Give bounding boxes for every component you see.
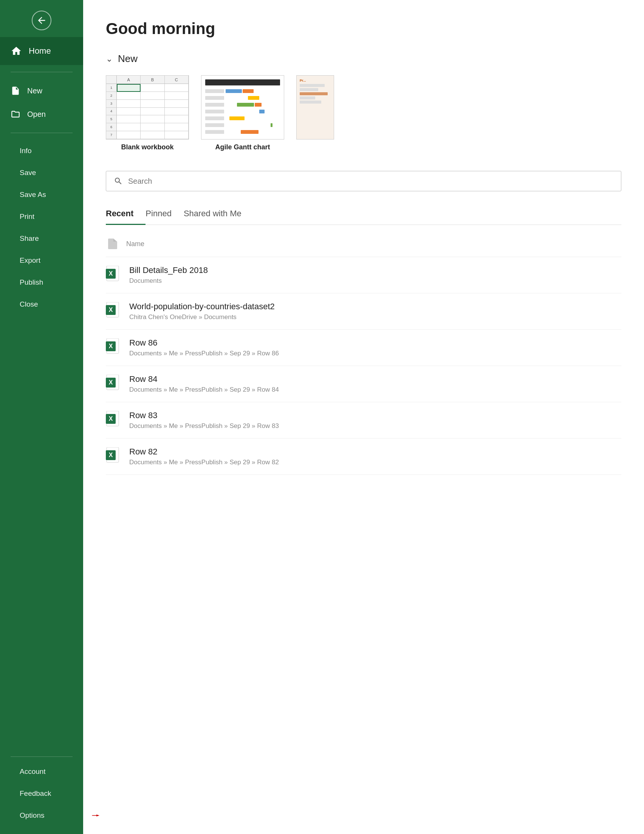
svg-text:X: X	[109, 379, 113, 386]
sidebar-spacer	[0, 315, 83, 753]
sidebar-item-open[interactable]: Open	[0, 102, 83, 126]
new-section-header: ⌄ New	[106, 53, 621, 65]
feedback-label: Feedback	[19, 789, 51, 798]
tab-pinned[interactable]: Pinned	[145, 204, 184, 225]
svg-text:X: X	[109, 343, 113, 349]
excel-icon-1: X	[106, 266, 123, 284]
sidebar-item-print[interactable]: Print	[0, 206, 83, 228]
search-bar-wrap	[106, 171, 621, 191]
sidebar-item-share[interactable]: Share	[0, 228, 83, 249]
file-row[interactable]: X World-population-by-countries-dataset2…	[106, 293, 621, 330]
sidebar: Home New Open Info Save Save As Print Sh…	[0, 0, 83, 834]
print-label: Print	[19, 212, 34, 221]
template-partial[interactable]: Pr...	[296, 75, 334, 151]
save-as-label: Save As	[19, 191, 46, 199]
search-bar[interactable]	[106, 171, 621, 191]
blank-workbook-label: Blank workbook	[121, 143, 173, 151]
sidebar-item-export[interactable]: Export	[0, 249, 83, 272]
sidebar-divider-bottom	[11, 756, 73, 757]
search-icon	[114, 176, 123, 186]
sidebar-open-label: Open	[27, 110, 46, 119]
file-row[interactable]: X Row 84 Documents » Me » PressPublish »…	[106, 366, 621, 402]
sidebar-item-feedback[interactable]: Feedback	[0, 782, 83, 805]
file-path-4: Documents » Me » PressPublish » Sep 29 »…	[129, 386, 279, 394]
home-icon	[11, 45, 22, 57]
file-header-icon	[106, 236, 119, 251]
file-name-col-header: Name	[126, 240, 144, 248]
file-list-header: Name	[106, 229, 621, 257]
publish-label: Publish	[19, 278, 43, 286]
file-info-6: Row 82 Documents » Me » PressPublish » S…	[129, 447, 279, 466]
file-name-2: World-population-by-countries-dataset2	[129, 302, 275, 312]
gantt-chart-label: Agile Gantt chart	[215, 143, 270, 151]
file-path-6: Documents » Me » PressPublish » Sep 29 »…	[129, 459, 279, 466]
home-label: Home	[29, 46, 51, 56]
sidebar-divider-top	[11, 72, 73, 72]
sidebar-item-account[interactable]: Account	[0, 761, 83, 782]
file-info-1: Bill Details_Feb 2018 Documents	[129, 265, 208, 284]
sidebar-item-save[interactable]: Save	[0, 162, 83, 184]
greeting-heading: Good morning	[106, 19, 621, 38]
file-path-5: Documents » Me » PressPublish » Sep 29 »…	[129, 422, 279, 430]
file-row[interactable]: X Row 82 Documents » Me » PressPublish »…	[106, 438, 621, 475]
svg-text:X: X	[109, 270, 113, 277]
excel-icon-5: X	[106, 411, 123, 430]
file-name-1: Bill Details_Feb 2018	[129, 265, 208, 275]
file-row[interactable]: X Row 86 Documents » Me » PressPublish »…	[106, 330, 621, 366]
back-arrow-icon	[36, 15, 47, 26]
sidebar-item-close[interactable]: Close	[0, 293, 83, 315]
file-row[interactable]: X Bill Details_Feb 2018 Documents	[106, 257, 621, 293]
file-header-doc-icon	[108, 239, 117, 249]
new-section-label: New	[118, 53, 137, 65]
excel-icon-4: X	[106, 375, 123, 394]
file-path-2: Chitra Chen's OneDrive » Documents	[129, 314, 275, 321]
blank-workbook-thumb: A B C 1 2 3 4	[106, 75, 189, 139]
sidebar-item-info[interactable]: Info	[0, 140, 83, 162]
file-name-3: Row 86	[129, 338, 279, 348]
file-info-2: World-population-by-countries-dataset2 C…	[129, 302, 275, 321]
file-info-5: Row 83 Documents » Me » PressPublish » S…	[129, 411, 279, 430]
gantt-thumb	[201, 75, 284, 139]
new-icon	[11, 86, 20, 95]
tab-shared[interactable]: Shared with Me	[184, 204, 253, 225]
file-name-6: Row 82	[129, 447, 279, 457]
svg-text:X: X	[109, 307, 113, 313]
templates-row: A B C 1 2 3 4	[106, 75, 621, 151]
file-path-3: Documents » Me » PressPublish » Sep 29 »…	[129, 350, 279, 357]
excel-icon-6: X	[106, 447, 123, 466]
back-button[interactable]	[0, 0, 83, 37]
tabs-row: Recent Pinned Shared with Me	[106, 204, 621, 225]
file-name-5: Row 83	[129, 411, 279, 420]
sidebar-item-options[interactable]: Options	[0, 805, 83, 826]
sidebar-item-new[interactable]: New	[0, 79, 83, 102]
export-label: Export	[19, 256, 40, 265]
close-label: Close	[19, 300, 38, 309]
main-content: Good morning ⌄ New A B C 1 2	[83, 0, 644, 834]
file-row[interactable]: X Row 83 Documents » Me » PressPublish »…	[106, 402, 621, 438]
file-name-4: Row 84	[129, 374, 279, 384]
file-info-3: Row 86 Documents » Me » PressPublish » S…	[129, 338, 279, 357]
partial-thumb: Pr...	[296, 75, 334, 139]
search-input[interactable]	[128, 177, 613, 186]
sidebar-item-save-as[interactable]: Save As	[0, 184, 83, 206]
file-path-1: Documents	[129, 277, 208, 284]
account-label: Account	[19, 768, 46, 776]
template-gantt-chart[interactable]: Agile Gantt chart	[201, 75, 284, 151]
excel-icon-3: X	[106, 338, 123, 357]
info-label: Info	[19, 147, 32, 155]
file-info-4: Row 84 Documents » Me » PressPublish » S…	[129, 374, 279, 394]
template-blank-workbook[interactable]: A B C 1 2 3 4	[106, 75, 189, 151]
sidebar-divider-mid	[11, 133, 73, 133]
excel-icon-2: X	[106, 302, 123, 321]
sidebar-item-home[interactable]: Home	[0, 37, 83, 65]
options-label: Options	[19, 811, 44, 819]
svg-text:X: X	[109, 452, 113, 458]
save-label: Save	[19, 169, 36, 177]
sidebar-item-publish[interactable]: Publish	[0, 272, 83, 293]
sidebar-new-label: New	[27, 87, 42, 95]
svg-text:X: X	[109, 415, 113, 422]
chevron-down-icon[interactable]: ⌄	[106, 54, 113, 64]
tab-recent[interactable]: Recent	[106, 204, 145, 225]
share-label: Share	[19, 234, 39, 243]
open-icon	[11, 109, 20, 119]
